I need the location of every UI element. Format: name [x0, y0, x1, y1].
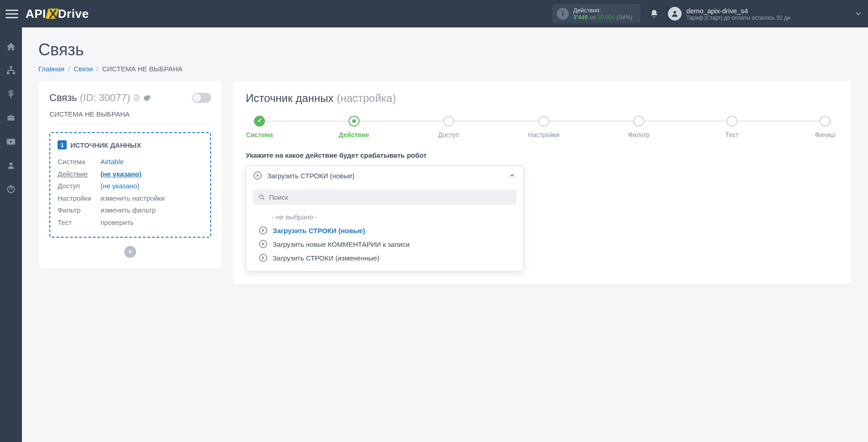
play-icon [259, 254, 267, 262]
dropdown-header[interactable]: Загрузить СТРОКИ (новые) [246, 166, 523, 185]
step-action[interactable]: Действие [339, 116, 369, 138]
user-plan: Тариф |Старт| до оплаты осталось 92 дн [686, 15, 790, 21]
source-title: ИСТОЧНИК ДАННЫХ [70, 141, 141, 149]
hamburger-icon[interactable] [5, 7, 18, 20]
option-2[interactable]: Загрузить новые КОММЕНТАРИИ к записи [253, 237, 517, 251]
panel-title: Связь [49, 92, 77, 104]
row-settings-lbl: Настройки [58, 193, 101, 204]
svg-rect-2 [7, 72, 10, 75]
panel-source-config: Источник данных (настройка) Система Дейс… [233, 81, 852, 284]
row-test-lbl: Тест [58, 218, 101, 228]
breadcrumb-home[interactable]: Главная [38, 65, 64, 73]
option-3[interactable]: Загрузить СТРОКИ (измененные) [253, 251, 517, 265]
step-access[interactable]: Доступ [435, 116, 462, 138]
breadcrumb: Главная / Связи / СИСТЕМА НЕ ВЫБРАНА [38, 65, 852, 73]
breadcrumb-current: СИСТЕМА НЕ ВЫБРАНА [102, 65, 182, 73]
connections-icon[interactable] [5, 65, 16, 76]
svg-point-0 [673, 11, 676, 14]
play-icon [259, 240, 267, 248]
connection-id: (ID: 30077) [80, 92, 130, 104]
step-system[interactable]: Система [246, 116, 273, 138]
row-system-val[interactable]: Airtable [101, 157, 124, 167]
row-action-lbl: Действие [58, 169, 101, 180]
panel-connection: Связь (ID: 30077) СИСТЕМА НЕ ВЫБРАНА 1 И… [38, 81, 222, 269]
row-filter-lbl: Фильтр [58, 205, 101, 216]
avatar-icon [668, 7, 682, 21]
svg-point-5 [10, 162, 13, 165]
sidebar [0, 27, 22, 297]
panel-right-title: Источник данных [246, 92, 333, 104]
svg-rect-1 [10, 66, 12, 69]
briefcase-icon[interactable] [5, 112, 16, 123]
actions-counter[interactable]: i Действия: 3'449 из 10'000 (34%) [552, 4, 641, 23]
logo[interactable]: API X Drive [26, 7, 89, 21]
add-button[interactable]: + [124, 246, 136, 258]
play-icon [254, 171, 262, 180]
youtube-icon[interactable] [5, 136, 16, 147]
row-test-val[interactable]: проверить [101, 218, 133, 228]
dropdown-search[interactable] [253, 190, 517, 205]
logo-api: API [26, 7, 46, 21]
document-icon[interactable] [133, 94, 140, 101]
user-name: demo_apix-drive_s4 [686, 7, 790, 15]
instruction: Укажите на какое действие будет срабатыв… [246, 151, 839, 159]
chevron-up-icon [508, 172, 516, 179]
step-filter[interactable]: Фильтр [625, 116, 652, 138]
row-access-val[interactable]: (не указано) [101, 181, 139, 192]
chevron-down-icon[interactable] [854, 10, 863, 18]
user-icon[interactable] [5, 160, 16, 171]
actions-values: 3'449 из 10'000 (34%) [573, 14, 633, 21]
bell-icon[interactable] [650, 9, 659, 18]
enable-toggle[interactable] [192, 93, 211, 103]
logo-drive: Drive [58, 7, 89, 21]
play-icon [259, 226, 267, 234]
user-menu[interactable]: demo_apix-drive_s4 Тариф |Старт| до опла… [668, 7, 790, 21]
svg-point-7 [259, 195, 263, 198]
logo-x-icon: X [47, 9, 57, 19]
source-box: 1 ИСТОЧНИК ДАННЫХ СистемаAirtable Действ… [49, 132, 211, 238]
row-access-lbl: Доступ [58, 181, 101, 192]
row-filter-val[interactable]: изменить фильтр [101, 205, 156, 216]
actions-label: Действия: [573, 7, 633, 14]
topbar: API X Drive i Действия: 3'449 из 10'000 … [0, 0, 868, 27]
step-finish[interactable]: Финиш [811, 116, 839, 138]
action-dropdown: Загрузить СТРОКИ (новые) - не выбрано - … [246, 165, 524, 272]
panel-right-subtitle: (настройка) [337, 92, 396, 104]
step-test[interactable]: Тест [718, 116, 746, 138]
row-action-val[interactable]: (не указано) [101, 169, 142, 180]
source-badge: 1 [58, 140, 67, 149]
gear-icon[interactable] [143, 94, 151, 102]
search-icon [258, 194, 265, 201]
row-settings-val[interactable]: изменить настройки [101, 193, 164, 204]
help-icon[interactable] [5, 184, 16, 195]
svg-rect-3 [13, 72, 15, 75]
dollar-icon[interactable] [5, 89, 16, 100]
option-empty[interactable]: - не выбрано - [253, 210, 517, 224]
search-input[interactable] [269, 193, 511, 201]
stepper: Система Действие Доступ Настройки Фильтр… [246, 116, 839, 138]
info-icon: i [557, 8, 569, 20]
connection-subtitle: СИСТЕМА НЕ ВЫБРАНА [49, 110, 211, 124]
dropdown-selected: Загрузить СТРОКИ (новые) [267, 172, 508, 180]
option-1[interactable]: Загрузить СТРОКИ (новые) [253, 224, 517, 237]
main: Связь Главная / Связи / СИСТЕМА НЕ ВЫБРА… [22, 27, 868, 297]
breadcrumb-links[interactable]: Связи [74, 65, 93, 73]
step-settings[interactable]: Настройки [528, 116, 560, 138]
row-system-lbl: Система [58, 157, 101, 167]
page-title: Связь [38, 40, 852, 59]
home-icon[interactable] [5, 41, 16, 52]
